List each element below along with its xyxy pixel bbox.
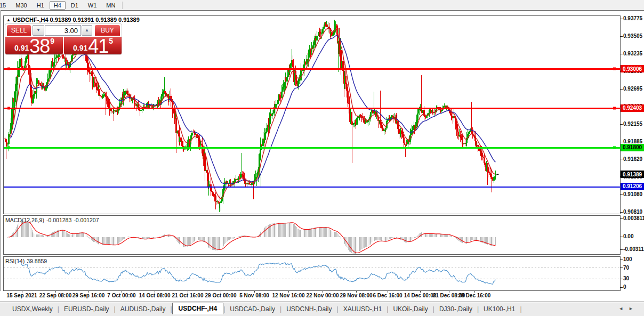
axis-tick-label: 0.00 [623, 233, 633, 239]
chart-tab-eurusd-daily[interactable]: EURUSD-,Daily [59, 304, 114, 314]
timeframe-button-m30[interactable]: M30 [11, 1, 31, 10]
time-tick-label: 29 Oct 00:00 [205, 293, 237, 298]
axis-tick-label: 0 [623, 284, 626, 290]
buy-button[interactable]: BUY [95, 25, 120, 36]
tab-scroll-arrows: ◄► [618, 306, 639, 311]
chart-tab-usdchf-h4[interactable]: USDCHF-,H4 [172, 303, 224, 314]
axis-tick-label: -0.00311 [623, 246, 644, 252]
time-tick-label: 5 Nov 08:00 [239, 293, 269, 298]
one-click-trading-panel: SELL ▼ ▲ BUY 0.91389 0.91415 [5, 24, 122, 54]
time-tick-label: 15 Sep 2021 [6, 293, 37, 298]
axis-tick-mark [620, 268, 623, 268]
axis-tick-mark [620, 19, 623, 19]
time-axis: 15 Sep 202122 Sep 08:0029 Sep 16:007 Oct… [0, 291, 644, 302]
sell-price-point: 9 [50, 37, 54, 45]
axis-tick-mark [620, 89, 623, 90]
volume-increase-button[interactable]: ▲ [82, 25, 92, 36]
chart-tab-uk100-h1[interactable]: UK100-,H1 [479, 304, 520, 314]
axis-tick-label: 0.91620 [623, 156, 642, 162]
time-tick-label: 6 Dec 16:00 [373, 293, 402, 298]
tab-scroll-right-icon[interactable]: ► [629, 306, 639, 311]
axis-tick-label: 0.93235 [623, 51, 642, 56]
price-badge-0.92403: 0.92403 [621, 104, 644, 112]
price-badge-0.91206: 0.91206 [621, 183, 644, 190]
buy-price-point: 5 [109, 37, 113, 45]
chart-tab-dj30-daily[interactable]: DJ30-,Daily [434, 304, 477, 314]
axis-tick-mark [620, 36, 623, 37]
sell-button[interactable]: SELL [7, 25, 31, 36]
axis-tick-mark [620, 212, 623, 213]
rsi-name: RSI(14) [5, 258, 25, 264]
time-tick-label: 29 Nov 08:00 [340, 293, 372, 298]
axis-tick-label: 0.90810 [623, 209, 642, 215]
price-badge-0.93006: 0.93006 [621, 65, 644, 72]
tab-scroll-left-icon[interactable]: ◄ [618, 306, 629, 311]
timeframe-button-w1[interactable]: W1 [84, 1, 101, 10]
chart-tab-xauusd-h1[interactable]: XAUUSD-,H1 [339, 304, 387, 314]
timeframe-button-15[interactable]: 15 [0, 1, 10, 10]
timeframe-button-h1[interactable]: H1 [33, 1, 49, 10]
volume-input[interactable] [45, 25, 81, 36]
axis-tick-mark [620, 249, 623, 250]
trading-terminal: 15M30H1H4D1W1MN ▲USDCHF-,H4 0.91389 0.91… [0, 0, 644, 316]
axis-tick-mark [620, 194, 623, 195]
time-tick-label: 14 Oct 08:00 [139, 293, 171, 298]
chart-tabs-bar: USDX,Weekly|EURUSD-,Daily|AUDUSD-,Daily|… [0, 302, 644, 316]
axis-tick-mark [620, 287, 623, 288]
tab-separator: | [520, 305, 521, 313]
axis-tick-label: 0.003811 [623, 215, 644, 221]
chart-tab-audusd-daily[interactable]: AUDUSD-,Daily [116, 304, 171, 314]
buy-price-prefix: 0.91 [73, 44, 87, 52]
collapse-icon[interactable]: ▲ [6, 18, 11, 22]
rsi-value: 39.8859 [27, 258, 47, 264]
axis-tick-mark [620, 237, 623, 237]
axis-tick-label: 100 [623, 256, 632, 262]
macd-label: MACD(12,26,9)-0.001283-0.001207 [5, 217, 101, 223]
rsi-label: RSI(14)39.8859 [5, 258, 49, 264]
time-tick-label: 22 Sep 08:00 [39, 293, 72, 298]
time-tick-label: 21 Oct 16:00 [172, 293, 204, 298]
buy-price-pips: 41 [88, 38, 108, 54]
chart-ohlc-values: 0.91389 0.91391 0.91389 0.91389 [50, 17, 140, 23]
axis-tick-mark [620, 260, 623, 260]
time-tick-label: 22 Nov 00:00 [306, 293, 339, 298]
axis-tick-mark [620, 279, 623, 279]
axis-tick-label: 0.91080 [623, 191, 642, 197]
chart-tab-ukoil-daily[interactable]: UKOil-,Daily [388, 304, 432, 314]
axis-tick-label: 0.92695 [623, 86, 642, 92]
timeframe-button-mn[interactable]: MN [102, 1, 119, 10]
axis-tick-mark [620, 159, 623, 159]
axis-tick-label: 30 [623, 276, 629, 281]
axis-tick-label: 0.93505 [623, 33, 642, 39]
chart-tab-usdx-weekly[interactable]: USDX,Weekly [7, 304, 58, 314]
toolbar-separator [122, 2, 123, 9]
timeframe-button-h4[interactable]: H4 [50, 1, 66, 10]
chart-tab-usdcad-daily[interactable]: USDCAD-,Daily [225, 304, 280, 314]
axis-tick-label: 0.93775 [623, 15, 642, 21]
chart-title: ▲USDCHF-,H4 0.91389 0.91391 0.91389 0.91… [6, 17, 140, 23]
axis-tick-mark [620, 54, 623, 54]
sell-price-quote[interactable]: 0.91389 [5, 37, 63, 54]
price-badge-0.91800: 0.91800 [621, 144, 644, 151]
timeframe-button-d1[interactable]: D1 [67, 1, 83, 10]
timeframe-toolbar: 15M30H1H4D1W1MN [0, 0, 644, 11]
macd-signal-value: -0.001207 [74, 217, 99, 223]
price-badge-0.91389: 0.91389 [621, 171, 644, 178]
axis-tick-mark [620, 124, 623, 125]
axis-tick-label: 70 [623, 265, 629, 271]
chart-symbol-timeframe: USDCHF-,H4 [13, 17, 49, 23]
time-tick-label: 12 Nov 16:00 [272, 293, 304, 298]
time-tick-label: 29 Sep 16:00 [73, 293, 105, 298]
chevron-up-icon: ▲ [85, 28, 89, 33]
window-left-border [0, 10, 1, 302]
chart-tab-usdcnh-daily[interactable]: USDCNH-,Daily [281, 304, 336, 314]
axis-tick-mark [620, 142, 623, 142]
rsi-canvas[interactable] [4, 257, 620, 290]
rsi-indicator-panel [3, 256, 621, 291]
time-tick-label: 7 Oct 00:00 [107, 293, 135, 298]
time-tick-label: 14 Dec 00:00 [404, 293, 437, 298]
volume-decrease-button[interactable]: ▼ [33, 25, 44, 36]
axis-tick-label: 0.92155 [623, 121, 642, 127]
macd-name: MACD(12,26,9) [5, 217, 44, 223]
buy-price-quote[interactable]: 0.91415 [64, 37, 122, 54]
